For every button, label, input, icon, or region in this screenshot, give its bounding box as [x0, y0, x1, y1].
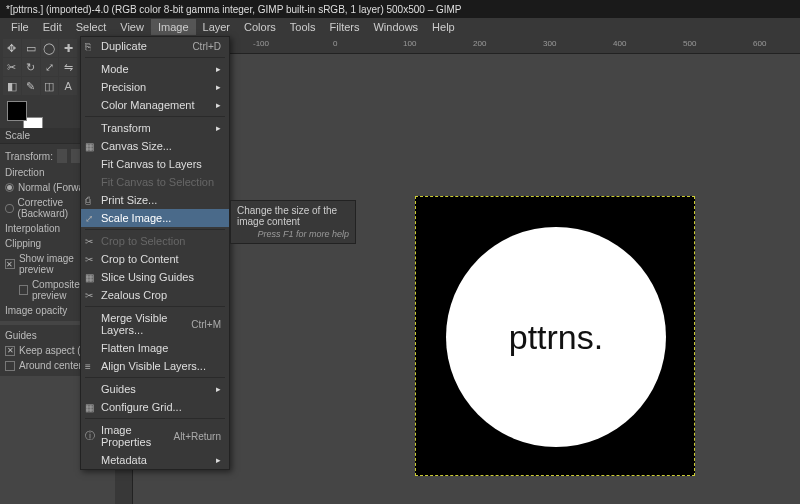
chevron-right-icon: ▸: [216, 384, 221, 394]
menu-edit[interactable]: Edit: [36, 19, 69, 35]
menu-item-metadata[interactable]: Metadata▸: [81, 451, 229, 469]
menu-item-fit-selection: Fit Canvas to Selection: [81, 173, 229, 191]
menu-view[interactable]: View: [113, 19, 151, 35]
menu-item-precision[interactable]: Precision▸: [81, 78, 229, 96]
menu-colors[interactable]: Colors: [237, 19, 283, 35]
chk-composited[interactable]: [19, 285, 28, 295]
menu-filters[interactable]: Filters: [323, 19, 367, 35]
align-icon: ≡: [85, 361, 97, 372]
menu-layer[interactable]: Layer: [196, 19, 238, 35]
menu-item-zealous[interactable]: ✂Zealous Crop: [81, 286, 229, 304]
tool-rotate[interactable]: ↻: [22, 58, 40, 76]
menu-item-fit-layers[interactable]: Fit Canvas to Layers: [81, 155, 229, 173]
ruler-horizontal: -200 -100 0 100 200 300 400 500 600: [133, 36, 800, 54]
chevron-right-icon: ▸: [216, 64, 221, 74]
chevron-right-icon: ▸: [216, 123, 221, 133]
tool-crop[interactable]: ✂: [3, 58, 21, 76]
menu-item-align[interactable]: ≡Align Visible Layers...: [81, 357, 229, 375]
crop-icon: ✂: [85, 236, 97, 247]
grid-icon: ▦: [85, 402, 97, 413]
menu-image[interactable]: Image: [151, 19, 196, 35]
menu-windows[interactable]: Windows: [366, 19, 425, 35]
guides-label: Guides: [5, 330, 37, 341]
duplicate-icon: ⎘: [85, 41, 97, 52]
menu-item-grid[interactable]: ▦Configure Grid...: [81, 398, 229, 416]
menu-item-color-mgmt[interactable]: Color Management▸: [81, 96, 229, 114]
chevron-right-icon: ▸: [216, 100, 221, 110]
crop-icon: ✂: [85, 290, 97, 301]
canvas-icon: ▦: [85, 141, 97, 152]
tool-lasso[interactable]: ◯: [41, 39, 59, 57]
menu-file[interactable]: File: [4, 19, 36, 35]
menu-select[interactable]: Select: [69, 19, 114, 35]
transform-opt-1[interactable]: [57, 149, 67, 163]
tool-eraser[interactable]: ◫: [41, 77, 59, 95]
tool-flip[interactable]: ⇋: [59, 58, 77, 76]
tool-fuzzy[interactable]: ✚: [59, 39, 77, 57]
slice-icon: ▦: [85, 272, 97, 283]
tool-brush[interactable]: ✎: [22, 77, 40, 95]
scale-icon: ⤢: [85, 213, 97, 224]
interpolation-label: Interpolation: [5, 223, 60, 234]
info-icon: ⓘ: [85, 429, 97, 443]
menu-item-merge[interactable]: Merge Visible Layers...Ctrl+M: [81, 309, 229, 339]
tooltip: Change the size of the image content Pre…: [230, 200, 356, 244]
menu-item-mode[interactable]: Mode▸: [81, 60, 229, 78]
radio-normal[interactable]: [5, 183, 14, 192]
tooltip-help: Press F1 for more help: [237, 229, 349, 239]
chevron-right-icon: ▸: [216, 455, 221, 465]
tool-bucket[interactable]: ◧: [3, 77, 21, 95]
chevron-right-icon: ▸: [216, 82, 221, 92]
menu-item-flatten[interactable]: Flatten Image: [81, 339, 229, 357]
logo-text: pttrns.: [509, 318, 603, 357]
menubar: File Edit Select View Image Layer Colors…: [0, 18, 800, 36]
tool-text[interactable]: A: [59, 77, 77, 95]
menu-item-scale-image[interactable]: ⤢Scale Image...: [81, 209, 229, 227]
menu-item-duplicate[interactable]: ⎘DuplicateCtrl+D: [81, 37, 229, 55]
menu-tools[interactable]: Tools: [283, 19, 323, 35]
menu-item-transform[interactable]: Transform▸: [81, 119, 229, 137]
menu-item-slice[interactable]: ▦Slice Using Guides: [81, 268, 229, 286]
chk-around-center[interactable]: [5, 361, 15, 371]
clipping-label: Clipping: [5, 238, 41, 249]
menu-item-properties[interactable]: ⓘImage PropertiesAlt+Return: [81, 421, 229, 451]
menu-help[interactable]: Help: [425, 19, 462, 35]
canvas-image[interactable]: pttrns.: [415, 196, 695, 476]
crop-icon: ✂: [85, 254, 97, 265]
menu-item-crop-selection: ✂Crop to Selection: [81, 232, 229, 250]
radio-corrective[interactable]: [5, 204, 14, 213]
menu-item-canvas-size[interactable]: ▦Canvas Size...: [81, 137, 229, 155]
logo-circle: pttrns.: [446, 227, 666, 447]
menu-item-print-size[interactable]: ⎙Print Size...: [81, 191, 229, 209]
menu-item-guides[interactable]: Guides▸: [81, 380, 229, 398]
fg-color-swatch[interactable]: [7, 101, 27, 121]
tooltip-text: Change the size of the image content: [237, 205, 349, 227]
menu-item-crop-content[interactable]: ✂Crop to Content: [81, 250, 229, 268]
tool-move[interactable]: ✥: [3, 39, 21, 57]
tool-scale[interactable]: ⤢: [41, 58, 59, 76]
tool-rect-select[interactable]: ▭: [22, 39, 40, 57]
window-title: *[pttrns.] (imported)-4.0 (RGB color 8-b…: [0, 0, 800, 18]
image-menu-dropdown: ⎘DuplicateCtrl+D Mode▸ Precision▸ Color …: [80, 36, 230, 470]
chk-keep-aspect[interactable]: ✕: [5, 346, 15, 356]
transform-label: Transform:: [5, 151, 53, 162]
print-icon: ⎙: [85, 195, 97, 206]
chk-show-preview[interactable]: ✕: [5, 259, 15, 269]
